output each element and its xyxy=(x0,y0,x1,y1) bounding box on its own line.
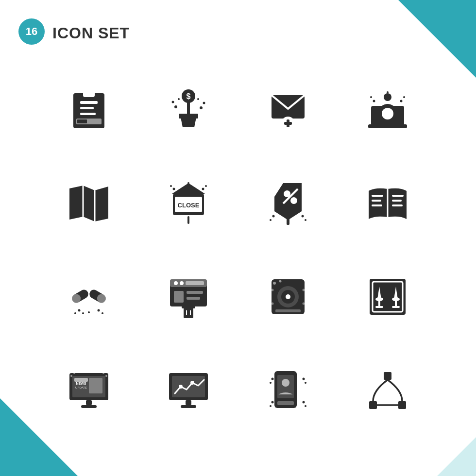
svg-point-71 xyxy=(180,281,184,285)
svg-point-122 xyxy=(284,409,288,412)
svg-rect-131 xyxy=(384,372,391,380)
icon-row-1: $ xyxy=(39,83,437,136)
svg-point-123 xyxy=(271,377,273,380)
svg-point-85 xyxy=(273,282,276,285)
svg-rect-78 xyxy=(185,304,192,306)
svg-point-16 xyxy=(197,98,199,100)
svg-point-91 xyxy=(302,303,305,305)
svg-rect-1 xyxy=(83,89,95,97)
svg-point-43 xyxy=(290,197,297,204)
svg-rect-76 xyxy=(184,307,193,318)
svg-rect-6 xyxy=(77,119,87,123)
clipboard-checklist-icon xyxy=(60,83,118,136)
svg-point-108 xyxy=(73,372,75,374)
svg-point-23 xyxy=(382,108,393,119)
svg-point-29 xyxy=(387,91,389,93)
svg-point-27 xyxy=(400,100,402,102)
page-title: ICON SET xyxy=(52,24,130,42)
svg-point-37 xyxy=(172,187,175,190)
svg-point-70 xyxy=(174,281,178,285)
stats-monitor-icon xyxy=(159,364,218,417)
svg-point-49 xyxy=(305,219,306,221)
svg-rect-107 xyxy=(81,405,97,408)
svg-rect-102 xyxy=(74,378,88,382)
svg-point-25 xyxy=(373,100,375,102)
svg-point-26 xyxy=(370,96,372,98)
svg-point-47 xyxy=(270,219,272,221)
svg-point-50 xyxy=(287,223,289,225)
svg-rect-22 xyxy=(368,124,407,128)
svg-rect-75 xyxy=(187,297,200,300)
svg-point-125 xyxy=(302,377,305,380)
svg-point-13 xyxy=(200,106,203,109)
svg-point-41 xyxy=(187,182,189,184)
svg-rect-117 xyxy=(181,405,196,408)
idea-laptop-icon xyxy=(358,83,417,136)
svg-rect-56 xyxy=(392,200,402,202)
svg-point-110 xyxy=(102,372,104,374)
svg-text:$: $ xyxy=(186,92,190,101)
icon-count-badge: 16 xyxy=(18,18,45,45)
badge-number: 16 xyxy=(26,25,37,38)
svg-point-127 xyxy=(271,401,273,403)
svg-point-128 xyxy=(270,405,272,407)
svg-rect-116 xyxy=(186,400,191,405)
svg-point-84 xyxy=(286,294,290,299)
svg-point-14 xyxy=(203,102,205,104)
svg-rect-105 xyxy=(89,378,102,393)
svg-point-66 xyxy=(97,309,100,312)
svg-point-130 xyxy=(305,405,306,407)
svg-rect-95 xyxy=(378,299,380,306)
svg-point-48 xyxy=(301,215,304,217)
money-plant-icon: $ xyxy=(159,83,218,136)
delete-cache-icon xyxy=(159,270,218,323)
news-monitor-icon: NEWS UPDATE xyxy=(60,364,118,417)
svg-rect-92 xyxy=(370,279,406,315)
svg-point-46 xyxy=(272,215,274,217)
svg-rect-4 xyxy=(80,113,96,115)
svg-rect-2 xyxy=(80,101,98,104)
svg-rect-36 xyxy=(187,216,189,224)
svg-rect-106 xyxy=(86,400,92,405)
svg-point-39 xyxy=(202,187,204,190)
icon-grid: $ xyxy=(39,63,437,437)
svg-point-40 xyxy=(205,185,207,187)
close-sign-icon: CLOSE xyxy=(159,177,218,230)
svg-point-124 xyxy=(270,382,272,384)
svg-rect-52 xyxy=(372,195,383,197)
svg-point-12 xyxy=(171,101,174,103)
svg-point-15 xyxy=(178,98,180,100)
icon-row-4: NEWS UPDATE xyxy=(39,364,437,417)
svg-rect-98 xyxy=(395,299,397,306)
svg-rect-74 xyxy=(187,291,203,294)
corner-decoration-bottom-right xyxy=(437,437,476,476)
svg-point-120 xyxy=(282,379,289,387)
map-fold-icon xyxy=(60,177,118,230)
svg-point-126 xyxy=(305,382,306,384)
svg-point-38 xyxy=(170,185,172,187)
svg-rect-72 xyxy=(186,281,204,285)
svg-rect-132 xyxy=(369,401,377,409)
sale-tag-icon xyxy=(259,177,317,230)
svg-rect-121 xyxy=(277,401,294,405)
svg-point-109 xyxy=(70,375,72,377)
svg-point-11 xyxy=(174,105,177,108)
svg-rect-73 xyxy=(174,291,184,303)
svg-rect-133 xyxy=(398,401,406,409)
svg-rect-3 xyxy=(80,107,94,109)
icon-row-3 xyxy=(39,270,437,323)
icon-row-2: CLOSE xyxy=(39,177,437,230)
svg-point-88 xyxy=(271,289,273,291)
svg-point-62 xyxy=(78,309,80,312)
svg-point-115 xyxy=(190,381,194,385)
svg-point-63 xyxy=(74,312,76,314)
svg-rect-54 xyxy=(372,204,382,206)
hard-disk-icon xyxy=(259,270,317,323)
svg-point-111 xyxy=(105,375,107,377)
svg-rect-53 xyxy=(372,200,381,202)
svg-rect-96 xyxy=(375,306,383,308)
svg-text:NEWS: NEWS xyxy=(76,382,86,385)
open-book-icon xyxy=(358,177,417,230)
svg-rect-20 xyxy=(284,122,292,125)
svg-text:CLOSE: CLOSE xyxy=(177,202,199,209)
